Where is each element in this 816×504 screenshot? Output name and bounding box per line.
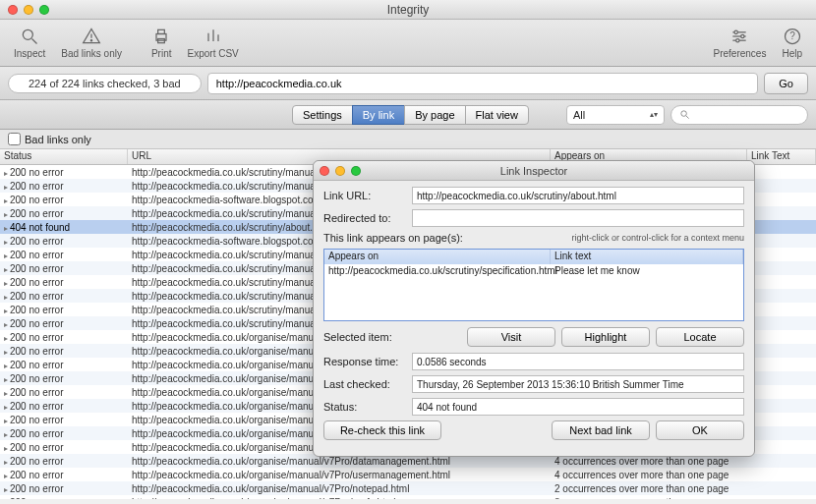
preferences-icon (729, 27, 749, 46)
print-button[interactable]: Print (144, 25, 180, 61)
viewbar: Settings By link By page Flat view All ▴… (0, 100, 816, 130)
inspector-zoom-button[interactable] (351, 166, 361, 176)
link-url-label: Link URL: (323, 190, 412, 201)
badlinks-filter-row: Bad links only (0, 130, 816, 149)
svg-rect-5 (158, 29, 165, 33)
warning-icon (82, 27, 101, 46)
locate-button[interactable]: Locate (656, 327, 744, 347)
tab-bylink[interactable]: By link (352, 105, 405, 125)
link-inspector: Link Inspector Link URL: http://peacockm… (313, 160, 755, 457)
preferences-button[interactable]: Preferences (706, 25, 775, 61)
last-checked-label: Last checked: (323, 378, 412, 390)
help-icon: ? (783, 27, 802, 46)
response-time-value: 0.0586 seconds (412, 353, 744, 370)
svg-point-18 (681, 111, 687, 117)
badlinks-label: Bad links only (25, 134, 91, 145)
window-title: Integrity (387, 3, 430, 17)
search-icon (679, 109, 690, 120)
status-label: Status: (323, 401, 412, 413)
next-bad-link-button[interactable]: Next bad link (552, 420, 650, 440)
titlebar: Integrity (0, 0, 816, 20)
status-value: 404 not found (412, 398, 744, 416)
filter-select[interactable]: All ▴▾ (566, 105, 665, 125)
go-button[interactable]: Go (764, 73, 808, 94)
close-window-button[interactable] (8, 5, 18, 15)
col-status-header[interactable]: Status (0, 149, 128, 164)
redirected-value[interactable] (412, 209, 744, 227)
svg-line-19 (686, 116, 689, 119)
last-checked-value: Thursday, 26 September 2013 15:36:10 Bri… (412, 375, 744, 393)
status-row: 224 of 224 links checked, 3 bad Go (0, 67, 816, 100)
toolbar: Inspect Bad links only Print Export CSV … (0, 20, 816, 67)
appears-col-header[interactable]: Appears on (324, 250, 551, 264)
appears-list-row[interactable]: http://peacockmedia.co.uk/scrutiny/speci… (324, 264, 743, 277)
svg-line-1 (32, 39, 37, 44)
badlinks-only-button[interactable]: Bad links only (53, 25, 130, 61)
search-input[interactable] (670, 105, 808, 125)
svg-text:?: ? (789, 30, 795, 41)
response-time-label: Response time: (323, 356, 412, 367)
linktext-col-header[interactable]: Link text (551, 250, 743, 264)
svg-point-0 (23, 29, 32, 39)
appears-list[interactable]: Appears on Link text http://peacockmedia… (323, 249, 744, 321)
inspector-title: Link Inspector (500, 165, 567, 177)
svg-point-3 (90, 40, 91, 41)
export-icon (204, 27, 223, 46)
recheck-button[interactable]: Re-check this link (323, 420, 441, 440)
tab-settings[interactable]: Settings (292, 105, 353, 125)
inspect-icon (20, 27, 39, 46)
export-csv-button[interactable]: Export CSV (180, 25, 247, 61)
inspect-button[interactable]: Inspect (6, 25, 53, 61)
inspector-close-button[interactable] (320, 166, 329, 176)
inspector-minimize-button[interactable] (335, 166, 345, 176)
tab-flatview[interactable]: Flat view (465, 105, 529, 125)
col-linktext-header[interactable]: Link Text (747, 149, 816, 164)
table-row[interactable]: ▸200 no errorhttp://peacockmedia.co.uk/o… (0, 495, 816, 499)
redirected-label: Redirected to: (323, 212, 412, 224)
zoom-window-button[interactable] (39, 5, 49, 15)
chevron-updown-icon: ▴▾ (650, 110, 658, 119)
progress-status: 224 of 224 links checked, 3 bad (8, 74, 202, 93)
view-tabs: Settings By link By page Flat view (293, 105, 529, 125)
table-row[interactable]: ▸200 no errorhttp://peacockmedia.co.uk/o… (0, 481, 816, 495)
print-icon (151, 27, 171, 46)
url-input[interactable] (207, 73, 759, 94)
context-hint: right-click or control-click for a conte… (463, 233, 744, 243)
tab-bypage[interactable]: By page (404, 105, 465, 125)
table-row[interactable]: ▸200 no errorhttp://peacockmedia.co.uk/o… (0, 468, 816, 481)
svg-point-13 (734, 30, 737, 33)
visit-button[interactable]: Visit (467, 327, 555, 347)
highlight-button[interactable]: Highlight (561, 327, 650, 347)
minimize-window-button[interactable] (24, 5, 33, 15)
svg-point-15 (736, 39, 739, 42)
appears-label: This link appears on page(s): (323, 232, 463, 244)
ok-button[interactable]: OK (656, 420, 744, 440)
link-url-value[interactable]: http://peacockmedia.co.uk/scrutiny/about… (412, 187, 744, 204)
selected-item-label: Selected item: (323, 331, 412, 343)
svg-point-14 (741, 34, 744, 37)
help-button[interactable]: ? Help (774, 25, 810, 61)
badlinks-checkbox[interactable] (8, 133, 21, 145)
